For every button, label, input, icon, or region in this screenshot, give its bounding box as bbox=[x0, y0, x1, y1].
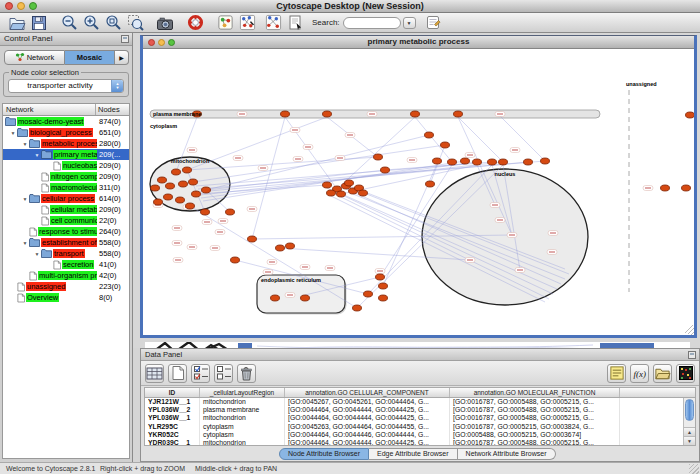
table-row-1[interactable]: YPL036W__2plasma membrane[GO:0044464, GO… bbox=[145, 406, 695, 414]
tab-node-attribute-browser[interactable]: Node Attribute Browser bbox=[279, 448, 369, 460]
new-attribute-icon[interactable] bbox=[168, 364, 187, 383]
expander-icon[interactable]: ▼ bbox=[33, 152, 41, 158]
network-node[interactable] bbox=[379, 283, 388, 289]
network-node[interactable] bbox=[201, 209, 210, 215]
expander-icon[interactable]: ▼ bbox=[9, 130, 17, 136]
network-node[interactable] bbox=[151, 185, 160, 191]
network-node[interactable] bbox=[661, 185, 670, 191]
network-node[interactable] bbox=[154, 199, 163, 205]
network-node[interactable] bbox=[281, 111, 290, 117]
view-close-button[interactable] bbox=[148, 39, 155, 46]
network-node[interactable] bbox=[286, 243, 295, 249]
col-header-cellular-component[interactable]: annotation.GO CELLULAR_COMPONENT bbox=[285, 388, 450, 397]
tree-row-4[interactable]: nucleobase-209(0) bbox=[3, 160, 129, 171]
float-data-panel-icon[interactable] bbox=[688, 351, 696, 359]
network-node[interactable] bbox=[231, 257, 240, 263]
col-header-molecular-function[interactable]: annotation.GO MOLECULAR_FUNCTION bbox=[450, 388, 620, 397]
network-node[interactable] bbox=[179, 181, 188, 187]
network-node[interactable] bbox=[345, 180, 354, 186]
network-node[interactable] bbox=[226, 209, 235, 215]
tree-row-7[interactable]: ▼cellular process614(0) bbox=[3, 193, 129, 204]
view-zoom-button[interactable] bbox=[168, 39, 175, 46]
network-node[interactable] bbox=[337, 191, 346, 197]
expander-icon[interactable]: ▼ bbox=[21, 240, 29, 246]
float-panel-icon[interactable] bbox=[121, 35, 129, 43]
formula-builder-icon[interactable]: f(x) bbox=[630, 364, 649, 383]
network-node[interactable] bbox=[473, 159, 482, 165]
select-attributes-icon[interactable] bbox=[191, 364, 210, 383]
attribute-batch-icon[interactable] bbox=[607, 364, 626, 383]
attribute-table-icon[interactable] bbox=[145, 364, 164, 383]
tree-row-14[interactable]: multi-organism pro42(0) bbox=[3, 270, 129, 281]
expander-icon[interactable]: ▼ bbox=[21, 196, 29, 202]
tab-edge-attribute-browser[interactable]: Edge Attribute Browser bbox=[369, 448, 458, 460]
tree-header-nodes[interactable]: Nodes bbox=[95, 104, 129, 115]
tree-row-6[interactable]: macromolecule311(0) bbox=[3, 182, 129, 193]
tree-row-8[interactable]: cellular metabo209(0) bbox=[3, 204, 129, 215]
network-canvas[interactable]: plasma membranecytoplasmmitochondrionnuc… bbox=[143, 49, 694, 335]
zoom-fit-icon[interactable] bbox=[104, 14, 122, 32]
table-scrollbar[interactable]: ▲ ▼ bbox=[683, 398, 695, 445]
search-input[interactable] bbox=[343, 17, 401, 29]
network-edge[interactable] bbox=[252, 117, 285, 239]
network-node[interactable] bbox=[164, 194, 173, 200]
tab-overflow-arrow[interactable]: ▶ bbox=[115, 50, 129, 65]
search-dropdown-icon[interactable]: ▼ bbox=[403, 17, 416, 29]
network-edge[interactable] bbox=[206, 135, 429, 190]
delete-attribute-icon[interactable] bbox=[237, 364, 256, 383]
tree-row-11[interactable]: ▼establishment of lo558(0) bbox=[3, 237, 129, 248]
network-node[interactable] bbox=[541, 158, 550, 164]
tab-mosaic[interactable]: Mosaic bbox=[65, 50, 115, 65]
network-edge[interactable] bbox=[458, 117, 503, 162]
network-node[interactable] bbox=[364, 291, 373, 297]
help-icon[interactable] bbox=[186, 14, 204, 32]
network-node[interactable] bbox=[488, 159, 497, 165]
network-node[interactable] bbox=[172, 169, 181, 175]
zoom-out-icon[interactable] bbox=[60, 14, 78, 32]
tree-row-2[interactable]: ▼metabolic process280(0) bbox=[3, 138, 129, 149]
col-header-region[interactable]: _cellularLayoutRegion bbox=[200, 388, 285, 397]
table-row-2[interactable]: YPL036W__1mitochondrion[GO:0044464, GO:0… bbox=[145, 414, 695, 422]
network-node[interactable] bbox=[327, 190, 336, 196]
tree-row-15[interactable]: unassigned223(0) bbox=[3, 281, 129, 292]
annotation-icon[interactable] bbox=[286, 14, 304, 32]
tree-row-5[interactable]: nitrogen compo209(0) bbox=[3, 171, 129, 182]
open-session-icon[interactable] bbox=[8, 14, 26, 32]
node-color-dropdown[interactable]: transporter activity ▲▼ bbox=[8, 79, 124, 93]
network-node[interactable] bbox=[166, 183, 175, 189]
resize-grip[interactable] bbox=[689, 464, 699, 474]
tree-row-10[interactable]: response to stimulu264(0) bbox=[3, 226, 129, 237]
zoom-selected-icon[interactable] bbox=[126, 14, 144, 32]
zoom-in-icon[interactable] bbox=[82, 14, 100, 32]
network-node[interactable] bbox=[158, 177, 167, 183]
network-node[interactable] bbox=[425, 132, 434, 138]
apply-layout-icon[interactable] bbox=[238, 14, 256, 32]
matrix-view-icon[interactable] bbox=[676, 364, 695, 383]
network-node[interactable] bbox=[686, 112, 695, 118]
network-edge[interactable] bbox=[415, 117, 452, 162]
network-node[interactable] bbox=[301, 295, 310, 301]
network-node[interactable] bbox=[499, 159, 508, 165]
vizmapper-icon[interactable] bbox=[216, 14, 234, 32]
network-node[interactable] bbox=[411, 111, 420, 117]
apply-spring-layout-icon[interactable] bbox=[264, 14, 282, 32]
table-row-4[interactable]: YKR052Ccytoplasm[GO:0044464, GO:0044446,… bbox=[145, 431, 695, 439]
unselect-attributes-icon[interactable] bbox=[214, 364, 233, 383]
network-node[interactable] bbox=[323, 182, 332, 188]
scrollbar-thumb[interactable] bbox=[685, 399, 694, 421]
tab-network-attribute-browser[interactable]: Network Attribute Browser bbox=[458, 448, 556, 460]
snapshot-icon[interactable] bbox=[156, 14, 174, 32]
expander-icon[interactable]: ▼ bbox=[21, 141, 29, 147]
network-edge[interactable] bbox=[193, 145, 445, 182]
network-node[interactable] bbox=[189, 179, 198, 185]
expander-icon[interactable]: ▼ bbox=[33, 251, 41, 257]
table-row-0[interactable]: YJR121W__1mitochondrion[GO:0045267, GO:0… bbox=[145, 398, 695, 406]
tree-row-3[interactable]: ▼primary metabo209(... bbox=[3, 149, 129, 160]
tree-row-1[interactable]: ▼biological_process651(0) bbox=[3, 127, 129, 138]
network-node[interactable] bbox=[271, 295, 280, 301]
network-node[interactable] bbox=[524, 159, 533, 165]
network-node[interactable] bbox=[183, 167, 192, 173]
network-node[interactable] bbox=[461, 158, 470, 164]
network-node[interactable] bbox=[202, 187, 211, 193]
network-node[interactable] bbox=[374, 154, 383, 160]
